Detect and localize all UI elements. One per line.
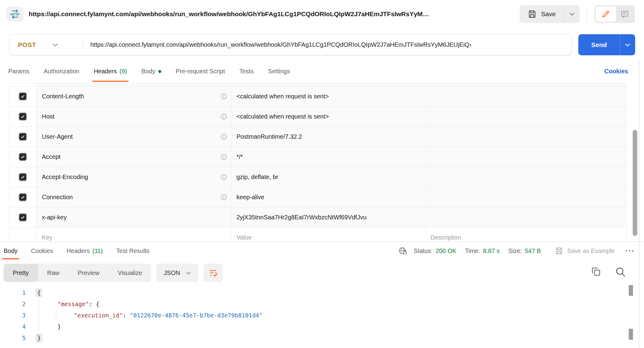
table-scrollbar-thumb[interactable] (633, 130, 637, 236)
header-checkbox[interactable] (19, 214, 26, 221)
line-number: 5 (0, 335, 26, 341)
header-checkbox[interactable] (19, 153, 26, 160)
tab-label: Body (4, 247, 18, 255)
response-tab-headers[interactable]: Headers (11) (67, 242, 103, 260)
url-bar: POST (9, 34, 572, 55)
comment-button[interactable] (616, 6, 634, 22)
info-icon[interactable] (221, 134, 227, 140)
header-checkbox[interactable] (19, 93, 26, 100)
line-number: 4 (0, 323, 26, 330)
tab-params[interactable]: Params (8, 60, 29, 83)
table-row: Accept */* (9, 147, 626, 167)
response-body-json: 1 { 2 "message": { 3 "execution_id": "01… (0, 287, 610, 343)
header-checkbox[interactable] (19, 174, 26, 181)
header-value: PostmanRuntime/7.32.2 (236, 133, 302, 140)
header-checkbox[interactable] (19, 113, 26, 120)
save-icon (528, 9, 537, 19)
save-button[interactable]: Save (520, 5, 564, 23)
send-button[interactable]: Send (578, 34, 620, 55)
send-options-button[interactable] (620, 34, 635, 55)
tab-label: Settings (268, 68, 290, 75)
time-value: 8.87 s (483, 247, 499, 255)
header-key: x-api-key (42, 214, 67, 221)
svg-text:HTTP: HTTP (10, 13, 20, 16)
header-value: 2yjX35tnnSaa7Hr2g8EaI7rWxbzcNtWf69VdfJvu (236, 214, 367, 221)
code-line: 3 "execution_id": "0122670e-4876-45e7-b7… (0, 310, 610, 321)
body-modified-dot (158, 70, 161, 73)
comment-icon (620, 9, 629, 19)
info-icon[interactable] (221, 93, 227, 100)
response-status-bar: Status: 200 OK Time: 8.87 s Size: 547 B … (398, 242, 635, 260)
tab-settings[interactable]: Settings (268, 60, 290, 83)
save-label: Save (541, 10, 556, 18)
save-options-button[interactable] (564, 5, 580, 23)
json-punct: : (123, 312, 130, 319)
copy-response-button[interactable] (591, 266, 602, 277)
info-icon[interactable] (221, 154, 227, 160)
indent-guide (38, 298, 39, 332)
globe-lock-icon[interactable] (398, 246, 408, 256)
json-string-value: "0122670e-4876-45e7-b7be-d3e79b8101d4" (130, 312, 263, 319)
wrap-lines-button[interactable] (203, 264, 223, 282)
view-visualize[interactable]: Visualize (108, 264, 151, 282)
header-key: Accept (42, 153, 60, 160)
tab-label: Headers (67, 247, 90, 255)
status-label: Status: (414, 247, 433, 255)
view-mode-switcher: Pretty Raw Preview Visualize (4, 264, 151, 282)
header-value: */* (236, 153, 243, 160)
view-preview[interactable]: Preview (68, 264, 108, 282)
view-pretty[interactable]: Pretty (4, 264, 38, 282)
save-icon (555, 247, 563, 255)
value-placeholder: Value (236, 234, 252, 241)
json-punct: { (96, 301, 99, 307)
headers-count-badge: (9) (119, 68, 127, 75)
tab-body[interactable]: Body (141, 60, 162, 83)
response-scrollbar-thumb[interactable] (629, 285, 633, 296)
tab-authorization[interactable]: Authorization (44, 60, 79, 83)
json-punct: } (57, 323, 61, 330)
wrap-lines-icon (209, 268, 218, 277)
line-number: 1 (0, 289, 26, 296)
table-row: x-api-key 2yjX35tnnSaa7Hr2g8EaI7rWxbzcNt… (9, 207, 626, 228)
tab-pre-request-script[interactable]: Pre-request Script (176, 60, 225, 83)
table-row: Accept-Encoding gzip, deflate, br (9, 167, 626, 187)
info-icon[interactable] (221, 174, 227, 180)
tab-headers[interactable]: Headers (9) (94, 60, 127, 83)
search-response-button[interactable] (615, 266, 626, 278)
response-scrollbar-thumb[interactable] (629, 329, 633, 340)
header-checkbox[interactable] (19, 133, 26, 140)
header-key: Accept-Encoding (42, 174, 88, 181)
edit-button[interactable] (596, 6, 616, 22)
response-tab-body[interactable]: Body (4, 242, 18, 260)
view-raw[interactable]: Raw (38, 264, 68, 282)
response-tab-test-results[interactable]: Test Results (116, 242, 150, 260)
tab-label: Headers (94, 68, 117, 75)
size-value: 547 B (525, 247, 541, 255)
indent-guide (56, 309, 56, 321)
tab-tests[interactable]: Tests (239, 60, 254, 83)
format-dropdown[interactable]: JSON (156, 264, 198, 282)
header-value: <calculated when request is sent> (236, 93, 329, 100)
info-icon[interactable] (221, 113, 227, 120)
response-panel: Body Cookies Headers (11) Test Results S… (0, 241, 644, 348)
method-label: POST (18, 41, 36, 49)
request-title: https://api.connect.fylamynt.com/api/web… (29, 10, 514, 18)
http-request-icon: HTTP (7, 7, 23, 21)
response-headers-count-badge: (11) (92, 247, 103, 255)
url-input[interactable] (83, 35, 572, 55)
chevron-down-icon (625, 43, 630, 46)
tab-label: Body (141, 68, 156, 75)
header-checkbox[interactable] (19, 194, 26, 201)
response-tab-cookies[interactable]: Cookies (31, 242, 53, 260)
fold-brace[interactable]: { (36, 289, 42, 297)
table-row: Host <calculated when request is sent> (9, 107, 626, 127)
save-as-example-button[interactable]: Save as Example (555, 247, 615, 255)
response-view-toolbar: Pretty Raw Preview Visualize JSON (4, 264, 223, 282)
key-placeholder: Key (42, 234, 52, 241)
header-value: <calculated when request is sent> (236, 113, 329, 120)
method-selector[interactable]: POST (9, 35, 83, 55)
info-icon[interactable] (221, 194, 227, 200)
fold-brace[interactable]: } (36, 334, 42, 342)
cookies-link[interactable]: Cookies (604, 60, 628, 83)
more-actions-button[interactable] (625, 249, 635, 253)
